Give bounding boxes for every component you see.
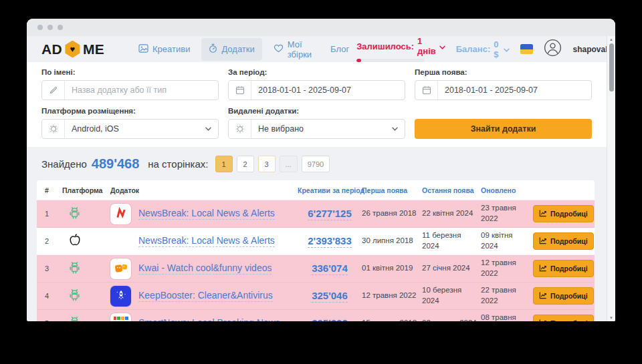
- app-link[interactable]: NewsBreak: Local News & Alerts: [138, 235, 275, 247]
- chevron-down-icon: [439, 41, 445, 51]
- page-button-1[interactable]: 1: [215, 156, 233, 172]
- deleted-filter-label: Видалені додатки:: [228, 106, 405, 116]
- app-link[interactable]: Kwai - Watch cool&funny videos: [138, 262, 272, 275]
- row-number: 5: [45, 319, 62, 321]
- row-number: 2: [45, 237, 62, 245]
- scrollbar-thumb[interactable]: [609, 43, 614, 92]
- app-link[interactable]: NewsBreak: Local News & Alerts: [138, 208, 275, 220]
- period-daterange-input[interactable]: [251, 85, 405, 95]
- balance-value: 0 $: [494, 39, 500, 59]
- remaining-value: 1 днів: [417, 36, 436, 56]
- balance-label: Баланс:: [456, 44, 490, 54]
- ukraine-flag-icon: [520, 44, 534, 54]
- calendar-icon: [415, 81, 438, 100]
- window-control-dot[interactable]: [58, 25, 63, 30]
- creatives-count-link[interactable]: 2'393'833: [308, 235, 352, 248]
- first-seen-daterange-input[interactable]: [438, 85, 591, 95]
- page-button-2[interactable]: 2: [237, 156, 254, 172]
- creatives-count-link[interactable]: 336'074: [312, 262, 348, 275]
- col-header-last-seen[interactable]: Остання поява: [422, 186, 481, 194]
- scroll-up-arrow-icon[interactable]: ▲: [607, 37, 615, 41]
- chart-icon: [539, 209, 547, 218]
- logo[interactable]: AD ♥ ME: [41, 41, 104, 58]
- col-header-num: #: [45, 186, 62, 194]
- pencil-icon: [42, 81, 65, 100]
- user-menu[interactable]: shapovalowa_ad: [572, 45, 607, 54]
- page-button-3[interactable]: 3: [258, 156, 276, 172]
- top-header: AD ♥ ME Креативи Додатки Мої збірки: [27, 36, 607, 62]
- nav-item-creatives[interactable]: Креативи: [131, 39, 197, 60]
- table-row: 3 Kwai - Watch cool&funny videos 336'074…: [37, 255, 595, 283]
- col-header-creatives-sort[interactable]: Креативи за період ↓: [298, 186, 362, 194]
- avatar[interactable]: [544, 39, 562, 59]
- nav-item-blog[interactable]: Блог: [323, 39, 356, 59]
- stopwatch-icon: [209, 43, 217, 55]
- app-window: AD ♥ ME Креативи Додатки Мої збірки: [27, 19, 615, 321]
- android-icon: [68, 288, 81, 305]
- apps-table: # Платформа Додаток Креативи за період ↓…: [37, 180, 595, 321]
- remaining-progressbar: [356, 59, 425, 62]
- results-count: 489'468: [92, 156, 140, 172]
- creatives-count-link[interactable]: 6'277'125: [308, 208, 352, 220]
- last-seen-date: 11 березня 2024: [422, 230, 481, 251]
- app-name-input[interactable]: [65, 85, 218, 95]
- creatives-count-link[interactable]: 295'292: [312, 317, 348, 321]
- col-header-first-seen[interactable]: Перша поява: [362, 186, 422, 194]
- details-button[interactable]: Подробиці: [533, 232, 594, 250]
- table-row: 2 NewsBreak: Local News & Alerts 2'393'8…: [37, 228, 595, 255]
- page-button-ellipsis[interactable]: ...: [280, 156, 298, 172]
- creatives-count-link[interactable]: 325'046: [312, 290, 348, 303]
- android-icon: [68, 315, 81, 322]
- updated-date: 23 травня 2022: [481, 203, 533, 224]
- keepbooster-app-icon: [110, 286, 131, 307]
- main-nav: Креативи Додатки Мої збірки Блог: [131, 36, 356, 65]
- pagination: 1 2 3 ... 9790: [215, 156, 330, 172]
- heart-outline-icon: [274, 44, 284, 55]
- app-link[interactable]: KeepBooster: Cleaner&Antivirus: [138, 290, 273, 302]
- nav-label: Додатки: [221, 44, 254, 54]
- remaining-dropdown[interactable]: Залишилось: 1 днів: [356, 36, 445, 56]
- calendar-icon: [229, 81, 251, 100]
- first-seen-filter-label: Перша поява:: [415, 67, 592, 77]
- updated-date: 08 травня 2022: [481, 313, 533, 321]
- table-row: 4 KeepBooster: Cleaner&Antivirus 325'046…: [37, 283, 595, 310]
- chart-icon: [539, 291, 547, 301]
- newsbreak-app-icon: [110, 204, 131, 224]
- subscription-remaining: Залишилось: 1 днів: [356, 36, 445, 62]
- find-apps-button[interactable]: Знайти додатки: [415, 119, 592, 139]
- details-button[interactable]: Подробиці: [533, 205, 594, 222]
- window-control-dot[interactable]: [37, 25, 43, 30]
- first-seen-date: 12 травня 2022: [362, 291, 422, 301]
- platform-select[interactable]: Android, iOS: [41, 119, 219, 139]
- updated-date: 22 травня 2022: [481, 285, 533, 306]
- details-button[interactable]: Подробиці: [533, 287, 594, 305]
- vertical-scrollbar: ▲ ▼: [607, 36, 615, 321]
- results-summary: Знайдено 489'468 на сторінках: 1 2 3 ...…: [27, 147, 607, 180]
- col-header-updated[interactable]: Оновлено: [481, 186, 533, 194]
- scroll-down-arrow-icon[interactable]: ▼: [607, 316, 615, 320]
- details-button[interactable]: Подробиці: [533, 260, 594, 277]
- chevron-down-icon: [392, 127, 398, 131]
- android-icon: [68, 260, 81, 277]
- balance-dropdown[interactable]: Баланс: 0 $: [456, 39, 510, 59]
- col-header-app: Додаток: [110, 186, 298, 194]
- nav-label: Блог: [330, 44, 349, 54]
- table-header-row: # Платформа Додаток Креативи за період ↓…: [37, 180, 595, 200]
- remaining-label: Залишилось:: [356, 41, 414, 51]
- window-control-dot[interactable]: [47, 25, 53, 30]
- last-seen-date: 22 квітня 2024: [422, 208, 481, 219]
- first-seen-date: 15 серпня 2018: [362, 318, 422, 321]
- table-row: 1 NewsBreak: Local News & Alerts 6'277'1…: [37, 200, 595, 228]
- details-button[interactable]: Подробиці: [533, 315, 594, 321]
- app-link[interactable]: SmartNews: Local Breaking News: [138, 317, 280, 321]
- nav-item-collections[interactable]: Мої збірки: [266, 36, 319, 65]
- filter-panel: По імені: За період: Перша поява:: [27, 62, 607, 147]
- deleted-apps-select[interactable]: Не вибрано: [228, 119, 405, 139]
- page-button-last[interactable]: 9790: [302, 156, 330, 172]
- android-icon: [68, 206, 81, 222]
- smartnews-app-icon: [110, 313, 131, 322]
- logo-text-right: ME: [83, 41, 104, 57]
- chart-icon: [539, 236, 547, 246]
- platform-filter-label: Платформа розміщення:: [41, 106, 219, 116]
- nav-item-apps[interactable]: Додатки: [201, 38, 261, 61]
